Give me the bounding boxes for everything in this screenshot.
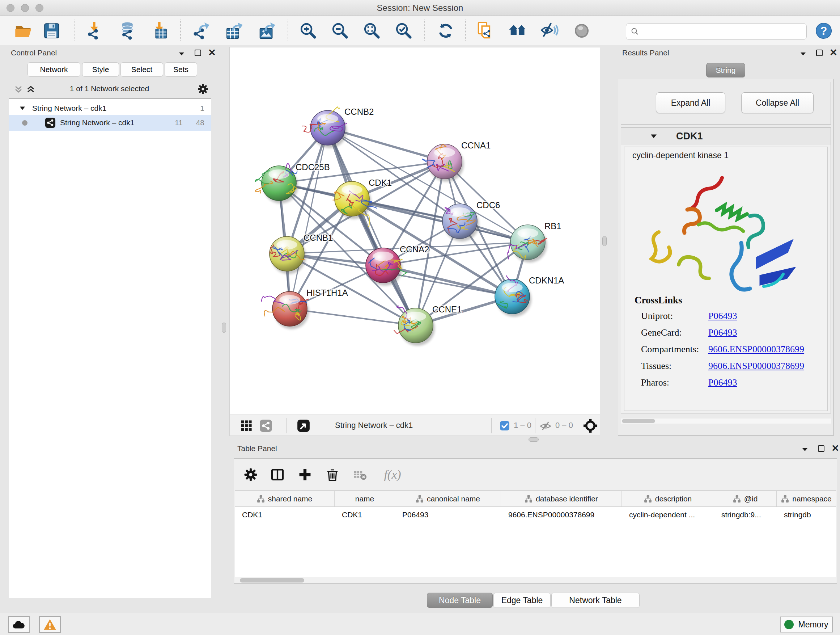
column-header[interactable]: @id <box>714 491 777 507</box>
network-canvas[interactable]: CCNB2CCNA1CDC25BCDK1CDC6RB1CCNB1CCNA2CDK… <box>229 47 600 415</box>
copy-network-button[interactable] <box>474 19 497 42</box>
crosslink-uniprot-link[interactable]: P06493 <box>708 310 737 321</box>
zoom-selected-icon <box>394 21 413 40</box>
table-horizontal-scrollbar[interactable] <box>235 577 836 583</box>
window-title: Session: New Session <box>0 3 840 13</box>
vertical-splitter-knob[interactable] <box>602 236 607 246</box>
network-node-RB1[interactable]: RB1 <box>508 221 561 263</box>
tab-node-table[interactable]: Node Table <box>427 593 493 608</box>
network-node-CDKN1A[interactable]: CDKN1A <box>495 276 564 317</box>
import-table-file-button[interactable] <box>149 19 171 42</box>
float-panel-icon[interactable] <box>816 50 823 56</box>
network-node-CCNE1[interactable]: CCNE1 <box>394 304 462 346</box>
delete-column-button[interactable] <box>323 465 342 484</box>
table-options-button[interactable] <box>241 465 260 484</box>
panel-menu-icon[interactable] <box>178 51 185 57</box>
cell-id[interactable]: stringdb:9... <box>714 507 777 523</box>
tab-edge-table[interactable]: Edge Table <box>493 593 551 608</box>
horizontal-splitter-knob[interactable] <box>529 437 538 442</box>
column-header[interactable]: shared name <box>235 491 335 507</box>
network-node-CCNB1[interactable]: CCNB1 <box>270 233 333 274</box>
cell-canonical-name[interactable]: P06493 <box>395 507 501 523</box>
close-panel-icon[interactable]: ✕ <box>829 47 837 58</box>
eye-slash-icon <box>540 21 559 40</box>
cell-database-identifier[interactable]: 9606.ENSP00000378699 <box>501 507 622 523</box>
cell-description[interactable]: cyclin-dependent ... <box>622 507 714 523</box>
network-node-CCNB2[interactable]: CCNB2 <box>302 107 374 148</box>
string-network-graph[interactable]: CCNB2CCNA1CDC25BCDK1CDC6RB1CCNB1CCNA2CDK… <box>230 48 600 415</box>
hide-graphics-details-button[interactable] <box>538 19 561 42</box>
zoom-in-button[interactable] <box>297 19 319 42</box>
float-panel-icon[interactable] <box>195 50 201 56</box>
column-header[interactable]: namespace <box>777 491 836 507</box>
tab-sets[interactable]: Sets <box>164 62 197 77</box>
column-header[interactable]: database identifier <box>501 491 622 507</box>
network-node-CCNA1[interactable]: CCNA1 <box>422 141 491 182</box>
close-panel-icon[interactable]: ✕ <box>831 443 839 454</box>
show-columns-button[interactable] <box>268 465 287 484</box>
cell-shared-name[interactable]: CDK1 <box>235 507 335 523</box>
zoom-fit-button[interactable] <box>361 19 383 42</box>
cloud-icon <box>12 619 26 630</box>
float-panel-icon[interactable] <box>818 445 824 452</box>
memory-button[interactable]: Memory <box>780 616 833 632</box>
vertical-splitter-knob[interactable] <box>222 323 226 333</box>
export-network-button[interactable] <box>190 19 212 42</box>
scrollbar-thumb[interactable] <box>240 578 304 583</box>
panel-menu-icon[interactable] <box>801 447 808 452</box>
crosslink-tissues-link[interactable]: 9606.ENSP00000378699 <box>708 361 804 371</box>
tab-string[interactable]: String <box>706 63 745 78</box>
results-horizontal-scrollbar[interactable] <box>621 418 831 424</box>
gene-section-header[interactable]: CDK1 <box>621 128 831 145</box>
gene-disclosure-icon[interactable] <box>650 134 657 139</box>
column-header[interactable]: description <box>622 491 714 507</box>
warnings-button[interactable] <box>39 616 61 633</box>
tab-select[interactable]: Select <box>120 62 163 77</box>
export-image-button[interactable] <box>256 19 278 42</box>
cell-namespace[interactable]: stringdb <box>777 507 836 523</box>
render-mode-sphere-button[interactable] <box>570 19 593 42</box>
crosslink-pharos-link[interactable]: P06493 <box>708 377 737 388</box>
export-table-button[interactable] <box>223 19 246 42</box>
open-session-button[interactable] <box>12 19 35 42</box>
zoom-selected-button[interactable] <box>393 19 415 42</box>
import-network-database-button[interactable] <box>116 19 139 42</box>
grid-view-icon[interactable] <box>240 419 253 432</box>
expand-all-button[interactable]: Expand All <box>656 92 725 113</box>
search-field <box>626 23 807 40</box>
zoom-out-button[interactable] <box>329 19 351 42</box>
collection-disclosure-icon[interactable] <box>19 106 26 111</box>
table-row[interactable]: CDK1 CDK1 P06493 9606.ENSP00000378699 cy… <box>235 507 836 523</box>
export-table-icon <box>225 21 244 40</box>
collapse-all-button[interactable]: Collapse All <box>741 92 813 113</box>
network-collection-row[interactable]: String Network – cdk1 1 <box>9 100 211 116</box>
network-row[interactable]: String Network – cdk1 11 48 <box>9 115 211 131</box>
tab-network[interactable]: Network <box>27 62 80 77</box>
birds-eye-view-icon[interactable] <box>297 419 310 432</box>
string-view-icon[interactable] <box>259 419 272 432</box>
panel-menu-icon[interactable] <box>799 51 807 57</box>
search-input[interactable] <box>642 24 801 39</box>
import-network-file-button[interactable] <box>84 19 106 42</box>
tab-network-table[interactable]: Network Table <box>551 593 639 608</box>
help-button[interactable]: ? <box>813 19 835 42</box>
cell-name[interactable]: CDK1 <box>335 507 395 523</box>
cloud-status-button[interactable] <box>8 616 30 633</box>
home-networks-button[interactable] <box>507 19 529 42</box>
network-options-gear-icon[interactable] <box>197 83 209 95</box>
fit-target-icon[interactable] <box>583 418 598 433</box>
scrollbar-thumb[interactable] <box>622 419 655 423</box>
column-header[interactable]: name <box>335 491 395 507</box>
refresh-view-button[interactable] <box>434 19 457 42</box>
column-header[interactable]: canonical name <box>395 491 501 507</box>
create-column-button[interactable] <box>295 465 314 484</box>
save-session-button[interactable] <box>41 19 63 42</box>
close-panel-icon[interactable]: ✕ <box>208 47 216 58</box>
node-label-CCNA1: CCNA1 <box>461 141 491 150</box>
network-node-HIST1H1A[interactable]: HIST1H1A <box>261 288 348 329</box>
crosslink-genecard-link[interactable]: P06493 <box>708 327 737 338</box>
save-floppy-icon <box>42 21 61 40</box>
tab-style[interactable]: Style <box>82 62 119 77</box>
crosslink-compartments-link[interactable]: 9606.ENSP00000378699 <box>708 344 804 355</box>
selected-checkbox-icon[interactable] <box>500 421 510 431</box>
